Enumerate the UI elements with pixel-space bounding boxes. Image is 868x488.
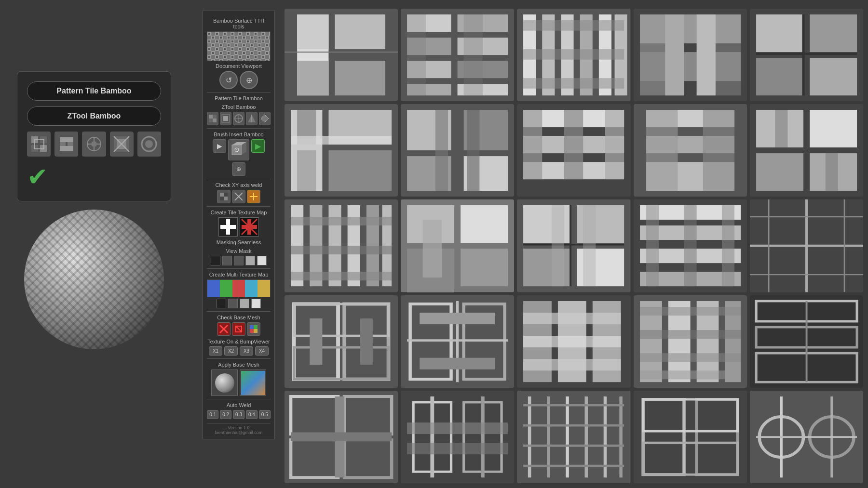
- svg-rect-80: [297, 14, 328, 49]
- apply-base-label: Apply Base Mesh: [207, 362, 271, 368]
- multi-sq-4[interactable]: [251, 299, 261, 308]
- ztool-icon-3[interactable]: [233, 112, 244, 125]
- ztool-icon-4[interactable]: [246, 112, 258, 125]
- pattern-21[interactable]: [285, 391, 398, 483]
- pattern-17[interactable]: [401, 295, 514, 388]
- weld-btn-05[interactable]: 0.5: [259, 410, 271, 419]
- brush-arrow-icon[interactable]: ▶: [213, 139, 226, 153]
- svg-rect-123: [297, 150, 316, 191]
- svg-rect-205: [420, 357, 495, 369]
- pattern-19[interactable]: [634, 295, 747, 388]
- x3-btn[interactable]: X3: [240, 346, 253, 356]
- pattern-4[interactable]: [634, 9, 747, 101]
- apply-base-sphere[interactable]: [211, 369, 238, 396]
- svg-rect-101: [523, 20, 624, 31]
- svg-rect-92: [407, 14, 426, 95]
- svg-rect-143: [646, 110, 678, 191]
- texture-on-label: Texture On & BumpViewer: [207, 339, 271, 344]
- pattern-15[interactable]: [750, 199, 863, 292]
- brush-play-icon[interactable]: ▶: [251, 139, 265, 153]
- mask-sq-5[interactable]: [257, 256, 267, 265]
- pattern-12[interactable]: [401, 199, 514, 292]
- preview-image: [207, 31, 271, 60]
- weld-btn-04[interactable]: 0.4: [246, 410, 258, 419]
- pattern-25[interactable]: [750, 391, 863, 483]
- xy-icon-orange[interactable]: [247, 190, 260, 203]
- multi-sq-1[interactable]: [217, 299, 226, 308]
- x4-btn[interactable]: X4: [255, 346, 269, 356]
- svg-rect-26: [209, 115, 213, 119]
- brush-cube-icon[interactable]: [228, 139, 249, 160]
- pattern-2[interactable]: [401, 9, 514, 101]
- xy-icon-1[interactable]: [217, 190, 231, 203]
- mask-sq-3[interactable]: [234, 256, 244, 265]
- pattern-23[interactable]: [517, 391, 630, 483]
- reset-btn[interactable]: ⊕: [240, 71, 258, 89]
- ztool-icon-5[interactable]: [259, 112, 271, 125]
- mask-sq-2[interactable]: [222, 256, 232, 265]
- mask-sq-1[interactable]: [211, 256, 220, 265]
- x1-btn[interactable]: X1: [209, 346, 222, 356]
- svg-rect-136: [523, 110, 542, 179]
- pattern-6[interactable]: [285, 104, 398, 197]
- xy-icon-2[interactable]: [232, 190, 245, 203]
- brush-target-icon[interactable]: ⊕: [232, 162, 245, 176]
- weld-btn-03[interactable]: 0.3: [233, 410, 244, 419]
- icon-weave-3[interactable]: [82, 132, 106, 157]
- pattern-18[interactable]: [517, 295, 630, 388]
- svg-rect-62: [220, 280, 232, 297]
- pattern-14[interactable]: [634, 199, 747, 292]
- svg-point-19: [145, 140, 153, 148]
- pattern-9[interactable]: [634, 104, 747, 197]
- pattern-22[interactable]: [401, 391, 514, 483]
- svg-rect-151: [826, 153, 838, 191]
- svg-rect-102: [523, 49, 624, 60]
- weld-btn-01[interactable]: 0.1: [207, 410, 218, 419]
- svg-rect-220: [640, 353, 741, 362]
- weld-btn-02[interactable]: 0.2: [220, 410, 231, 419]
- ztool-icon-1[interactable]: [207, 112, 218, 125]
- pattern-20[interactable]: [750, 295, 863, 388]
- pattern-5[interactable]: [750, 9, 863, 101]
- base-icon-1[interactable]: [217, 322, 231, 336]
- base-icon-2[interactable]: [232, 322, 245, 336]
- mask-sq-row: [207, 256, 271, 265]
- multi-sq-2[interactable]: [228, 299, 238, 308]
- multi-sq-3[interactable]: [240, 299, 249, 308]
- svg-rect-65: [258, 280, 270, 297]
- base-icon-3[interactable]: [247, 322, 260, 336]
- pattern-tile-bamboo-button[interactable]: Pattern Tile Bamboo: [27, 81, 161, 101]
- tile-icon-white[interactable]: [218, 217, 238, 237]
- svg-rect-75: [254, 329, 258, 333]
- svg-marker-37: [261, 115, 269, 122]
- icon-weave-2[interactable]: [54, 132, 78, 157]
- rotate-btn[interactable]: ↺: [219, 71, 238, 89]
- icon-weave-1[interactable]: [27, 132, 51, 157]
- svg-rect-79: [335, 61, 386, 95]
- icon-circle[interactable]: [137, 132, 161, 157]
- icon-row: [27, 132, 161, 157]
- ztool-icon-2[interactable]: [220, 112, 231, 125]
- svg-rect-239: [407, 422, 508, 434]
- apply-base-colors[interactable]: [240, 369, 266, 396]
- pattern-13[interactable]: [517, 199, 630, 292]
- mask-sq-4[interactable]: [245, 256, 255, 265]
- ztool-bamboo-button[interactable]: ZTool Bamboo: [27, 106, 161, 126]
- ztool-icon-row: [207, 112, 271, 125]
- svg-rect-108: [640, 52, 741, 81]
- tile-icon-cross[interactable]: [240, 217, 259, 237]
- x2-btn[interactable]: X2: [224, 346, 238, 356]
- pattern-10[interactable]: [750, 104, 863, 197]
- svg-rect-221: [640, 370, 741, 379]
- pattern-3[interactable]: [517, 9, 630, 101]
- svg-rect-64: [245, 280, 258, 297]
- pattern-24[interactable]: [634, 391, 747, 483]
- pattern-7[interactable]: [401, 104, 514, 197]
- pattern-8[interactable]: [517, 104, 630, 197]
- svg-rect-176: [583, 205, 596, 286]
- pattern-11[interactable]: [285, 199, 398, 292]
- svg-rect-63: [232, 280, 245, 297]
- pattern-1[interactable]: [285, 9, 398, 101]
- icon-weave-4[interactable]: [110, 132, 134, 157]
- pattern-16[interactable]: [285, 295, 398, 388]
